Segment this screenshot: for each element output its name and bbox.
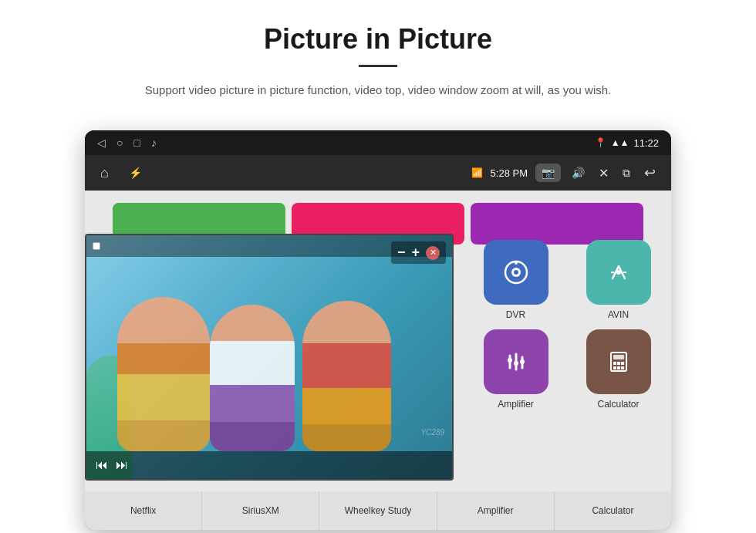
amplifier-icon-box <box>484 329 548 394</box>
pip-bottom-bar: ⏮ ⏭ <box>86 451 452 479</box>
status-time: 11:22 <box>633 137 659 149</box>
dvr-label: DVR <box>506 309 525 320</box>
title-divider <box>359 65 397 67</box>
page-header: Picture in Picture Support video picture… <box>0 0 756 115</box>
next-button[interactable]: ⏭ <box>116 458 128 472</box>
avin-svg-icon <box>603 257 634 288</box>
location-icon: 📍 <box>595 137 606 148</box>
home-icon[interactable]: ⌂ <box>97 162 112 184</box>
page-subtitle: Support video picture in picture functio… <box>108 81 648 100</box>
svg-rect-20 <box>621 366 624 369</box>
calculator-icon-box <box>586 329 651 394</box>
dvr-icon-box <box>484 240 548 305</box>
zoom-minus-button[interactable]: − <box>397 245 406 261</box>
wheelkey-label: Wheelkey Study <box>345 505 412 516</box>
svg-rect-17 <box>621 362 624 365</box>
pip-close-button[interactable]: ✕ <box>426 246 440 260</box>
app-icon-avin[interactable]: AVIN <box>572 240 665 320</box>
svg-rect-16 <box>617 362 620 365</box>
calculator-label: Calculator <box>597 399 639 410</box>
netflix-label: Netflix <box>130 505 156 516</box>
svg-point-11 <box>514 361 518 366</box>
pip-record-icon <box>93 242 100 250</box>
amplifier-svg-icon <box>501 346 532 377</box>
dvr-svg-icon <box>501 257 532 288</box>
svg-rect-19 <box>617 366 620 369</box>
music-note-icon: ♪ <box>151 137 157 149</box>
nav-time: 5:28 PM <box>491 167 528 179</box>
person-3 <box>302 301 391 451</box>
zoom-plus-button[interactable]: + <box>411 245 420 261</box>
siriusxm-label: SiriusXM <box>242 505 279 516</box>
svg-point-3 <box>515 261 518 265</box>
svg-point-12 <box>520 359 525 364</box>
app-icon-dvr[interactable]: DVR <box>469 240 562 320</box>
top-nav-bar: ⌂ ⚡ 📶 5:28 PM 📷 🔊 ✕ ⧉ ↩ <box>85 155 671 191</box>
svg-point-4 <box>616 270 621 275</box>
avin-label: AVIN <box>608 309 629 320</box>
avin-icon-box <box>586 240 651 305</box>
device-frame: ◁ ○ □ ♪ 📍 ▲▲ 11:22 ⌂ ⚡ 📶 5:28 PM 📷 🔊 <box>85 130 671 530</box>
status-bar: ◁ ○ □ ♪ 📍 ▲▲ 11:22 <box>85 130 671 155</box>
calculator-svg-icon <box>603 346 634 377</box>
prev-button[interactable]: ⏮ <box>96 458 108 472</box>
camera-icon[interactable]: 📷 <box>535 164 561 182</box>
bottom-app-netflix[interactable]: Netflix <box>85 491 202 530</box>
svg-point-10 <box>508 358 512 363</box>
home-circle-icon: ○ <box>116 137 123 149</box>
app-icons-grid: DVR AVIN <box>463 234 671 416</box>
app-icon-calculator[interactable]: Calculator <box>572 329 665 410</box>
calculator-bottom-label: Calculator <box>592 505 633 516</box>
bottom-app-labels: Netflix SiriusXM Wheelkey Study Amplifie… <box>85 491 671 530</box>
pip-mode-icon[interactable]: ⧉ <box>619 164 633 183</box>
pip-zoom-controls: − + ✕ <box>391 241 446 264</box>
volume-icon[interactable]: 🔊 <box>569 164 588 182</box>
bottom-app-amplifier[interactable]: Amplifier <box>437 491 555 530</box>
svg-point-2 <box>514 270 518 275</box>
recent-apps-icon: □ <box>133 137 140 149</box>
amplifier-label: Amplifier <box>498 399 534 410</box>
app-icon-amplifier[interactable]: Amplifier <box>469 329 562 410</box>
person-2 <box>210 305 295 451</box>
wifi-signal-icon: ▲▲ <box>611 137 629 148</box>
pip-window: − + ✕ YC289 ⏮ ⏭ <box>85 234 454 481</box>
wifi-status-icon: 📶 <box>471 167 483 178</box>
back-arrow-icon: ◁ <box>97 137 106 149</box>
usb-icon[interactable]: ⚡ <box>126 164 145 182</box>
top-nav-right: 📶 5:28 PM 📷 🔊 ✕ ⧉ ↩ <box>471 161 659 184</box>
video-scene <box>86 297 452 451</box>
main-content: − + ✕ YC289 ⏮ ⏭ <box>85 191 671 530</box>
close-icon[interactable]: ✕ <box>596 163 612 184</box>
page-wrapper: Picture in Picture Support video picture… <box>0 0 756 530</box>
svg-rect-18 <box>613 366 616 369</box>
back-icon[interactable]: ↩ <box>641 161 659 184</box>
status-bar-left: ◁ ○ □ ♪ <box>97 137 157 149</box>
amplifier-bottom-label: Amplifier <box>478 505 514 516</box>
pip-video: − + ✕ YC289 ⏮ ⏭ <box>86 235 452 479</box>
svg-rect-14 <box>613 355 624 359</box>
status-bar-right: 📍 ▲▲ 11:22 <box>595 137 659 149</box>
bottom-app-calculator[interactable]: Calculator <box>555 491 671 530</box>
bottom-app-siriusxm[interactable]: SiriusXM <box>202 491 319 530</box>
watermark: YC289 <box>420 428 444 437</box>
person-1 <box>117 297 210 451</box>
top-nav-left: ⌂ ⚡ <box>97 162 145 184</box>
page-title: Picture in Picture <box>46 23 710 56</box>
bottom-app-wheelkey[interactable]: Wheelkey Study <box>319 491 437 530</box>
svg-rect-15 <box>613 362 616 365</box>
